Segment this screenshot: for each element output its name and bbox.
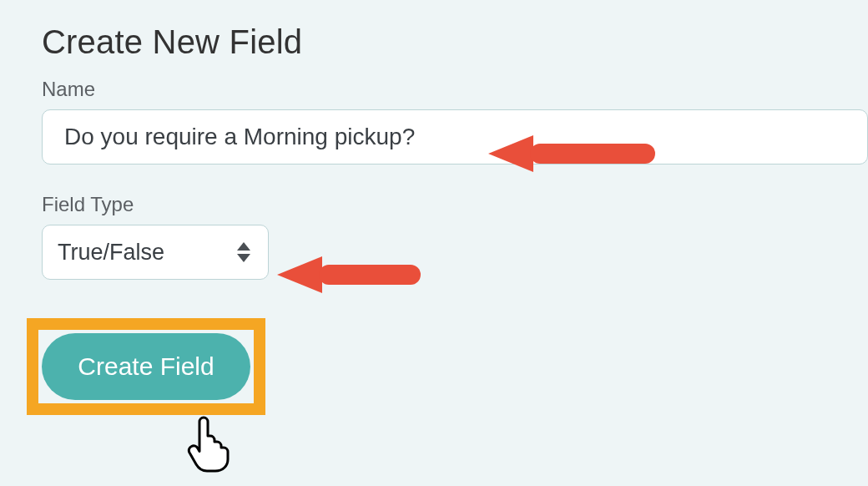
- name-input[interactable]: [42, 109, 868, 165]
- name-label: Name: [42, 78, 868, 101]
- page-title: Create New Field: [42, 23, 868, 61]
- field-type-select[interactable]: True/False: [42, 225, 269, 280]
- create-field-button[interactable]: Create Field: [42, 333, 250, 400]
- field-type-label: Field Type: [42, 193, 868, 216]
- pointer-cursor-icon: [185, 413, 234, 473]
